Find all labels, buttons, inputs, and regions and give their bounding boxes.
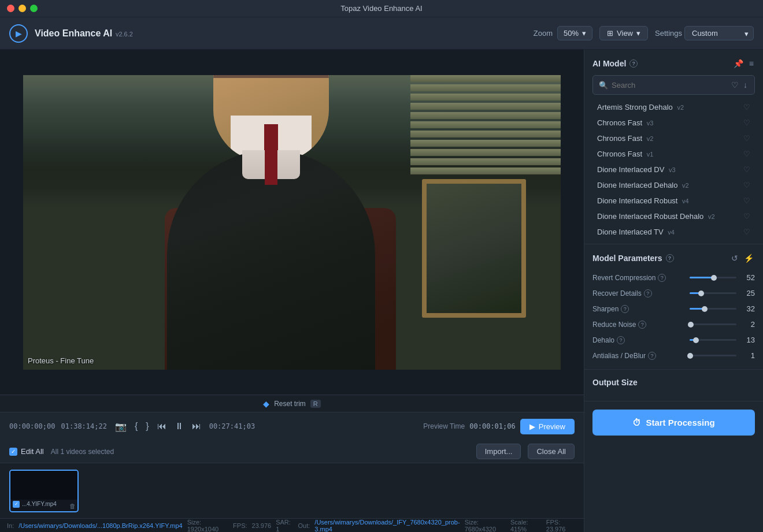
model-list-item[interactable]: Dione Interlaced Dehalo v2 ♡ — [592, 177, 755, 193]
file-checkbox[interactable]: ✓ — [13, 501, 20, 508]
pause-button[interactable]: ⏸ — [172, 419, 186, 434]
minimize-window-button[interactable] — [18, 5, 26, 12]
model-favorite-icon[interactable]: ♡ — [743, 181, 750, 189]
controls-area: ◆ Reset trim R 00:00:00;00 01:38:14;22 📷… — [0, 395, 584, 440]
params-add-icon[interactable]: ⚡ — [743, 252, 755, 264]
out-scale: Scale: 415% — [510, 519, 542, 533]
edit-all-checkbox[interactable]: ✓ — [9, 448, 17, 456]
model-list-item[interactable]: Dione Interlaced TV v4 ♡ — [592, 224, 755, 238]
zoom-select[interactable]: 50% ▾ — [557, 26, 592, 40]
step-back-button[interactable]: ⏮ — [155, 419, 169, 434]
model-list-item[interactable]: Dione Interlaced Robust Dehalo v2 ♡ — [592, 209, 755, 224]
param-slider-wrap — [690, 339, 736, 341]
model-name: Chronos Fast — [597, 134, 642, 143]
maximize-window-button[interactable] — [30, 5, 38, 12]
param-label-area: Reduce Noise ? — [592, 321, 685, 329]
ai-model-pin-icon[interactable]: 📌 — [732, 58, 745, 69]
settings-group: Settings Custom ▾ — [655, 26, 754, 40]
step-forward-button[interactable]: ⏭ — [190, 419, 203, 434]
param-slider[interactable] — [690, 323, 736, 325]
right-panel: AI Model ? 📌 ≡ 🔍 ♡ ↓ Artemi — [584, 50, 763, 532]
model-params-header: Model Parameters ? ↺ ⚡ — [592, 252, 755, 264]
model-version: v3 — [647, 120, 654, 127]
model-list-item[interactable]: Dione Interlaced Robust v4 ♡ — [592, 193, 755, 209]
search-download-icon[interactable]: ↓ — [742, 79, 749, 91]
preview-button[interactable]: ▶ Preview — [520, 419, 575, 434]
model-list: Artemis Strong Dehalo v2 ♡ Chronos Fast … — [592, 99, 755, 238]
model-list-item[interactable]: Chronos Fast v3 ♡ — [592, 115, 755, 131]
close-all-button[interactable]: Close All — [528, 444, 575, 459]
video-photo-frame — [422, 179, 526, 318]
param-help-icon[interactable]: ? — [658, 274, 666, 282]
preview-time-value: 00:00:01;06 — [469, 422, 515, 430]
ai-model-help-icon[interactable]: ? — [629, 59, 638, 68]
model-name: Dione Interlaced DV — [597, 165, 664, 174]
start-processing-label: Start Processing — [646, 418, 714, 427]
model-favorite-icon[interactable]: ♡ — [743, 118, 750, 127]
traffic-lights — [7, 5, 38, 12]
model-favorite-icon[interactable]: ♡ — [743, 134, 750, 143]
param-help-icon[interactable]: ? — [648, 352, 656, 360]
model-favorite-icon[interactable]: ♡ — [743, 165, 750, 174]
search-actions: ♡ ↓ — [730, 79, 749, 91]
param-help-icon[interactable]: ? — [617, 336, 625, 344]
out-path-link[interactable]: /Users/wimarys/Downloads/_IFY_7680x4320_… — [314, 519, 460, 533]
param-label: Sharpen — [592, 305, 618, 313]
close-window-button[interactable] — [7, 5, 14, 12]
start-timecode: 00:00:00;00 — [9, 422, 55, 430]
param-label-area: Sharpen ? — [592, 305, 685, 313]
model-version: v2 — [682, 182, 689, 189]
output-size-section: Output Size — [584, 370, 763, 401]
param-row: Sharpen ? 32 — [592, 301, 755, 317]
model-list-item[interactable]: Chronos Fast v1 ♡ — [592, 146, 755, 162]
mark-out-button[interactable]: } — [143, 419, 151, 434]
params-reset-icon[interactable]: ↺ — [730, 252, 739, 264]
file-item[interactable]: ✓ ...4.YIFY.mp4 🗑 — [9, 470, 79, 512]
model-favorite-icon[interactable]: ♡ — [743, 196, 750, 205]
model-name: Dione Interlaced Robust — [597, 196, 677, 205]
in-label: In: — [7, 522, 14, 529]
start-processing-button[interactable]: ⏱ Start Processing — [592, 410, 755, 436]
model-search-input[interactable] — [612, 81, 727, 90]
view-button[interactable]: ⊞ View ▾ — [599, 26, 648, 40]
ai-model-section: AI Model ? 📌 ≡ 🔍 ♡ ↓ Artemi — [584, 50, 763, 244]
param-label: Recover Details — [592, 289, 642, 297]
param-slider[interactable] — [690, 292, 736, 294]
in-path-link[interactable]: /Users/wimarys/Downloads/...1080p.BrRip.… — [18, 522, 182, 529]
model-favorite-icon[interactable]: ♡ — [743, 212, 750, 221]
model-list-item[interactable]: Chronos Fast v2 ♡ — [592, 131, 755, 146]
param-slider-wrap — [690, 308, 736, 310]
start-processing-icon: ⏱ — [632, 418, 641, 427]
mark-in-button[interactable]: { — [132, 419, 140, 434]
trim-icon: ◆ — [263, 399, 269, 408]
model-favorite-icon[interactable]: ♡ — [743, 150, 750, 158]
ai-model-list-icon[interactable]: ≡ — [748, 58, 755, 69]
import-button[interactable]: Import... — [476, 444, 521, 459]
param-slider[interactable] — [690, 355, 736, 356]
settings-label: Settings — [655, 29, 682, 38]
param-help-icon[interactable]: ? — [621, 305, 629, 313]
param-value: 1 — [741, 351, 755, 360]
file-delete-icon[interactable]: 🗑 — [69, 503, 76, 509]
param-slider[interactable] — [690, 308, 736, 310]
param-help-icon[interactable]: ? — [638, 321, 646, 329]
video-preview[interactable]: Proteus - Fine Tune — [23, 75, 561, 370]
param-help-icon[interactable]: ? — [644, 289, 652, 297]
param-slider[interactable] — [690, 339, 736, 341]
param-slider[interactable] — [690, 277, 736, 278]
model-favorite-icon[interactable]: ♡ — [743, 103, 750, 111]
playback-controls: 📷 { } ⏮ ⏸ ⏭ — [113, 419, 203, 434]
file-list-toolbar: ✓ Edit All All 1 videos selected Import.… — [0, 440, 584, 463]
file-item-info: ✓ ...4.YIFY.mp4 — [10, 500, 77, 509]
screenshot-button[interactable]: 📷 — [113, 419, 129, 434]
reset-trim-button[interactable]: Reset trim — [274, 400, 306, 408]
model-params-help-icon[interactable]: ? — [666, 254, 674, 262]
model-list-item[interactable]: Dione Interlaced DV v3 ♡ — [592, 162, 755, 177]
model-favorite-icon[interactable]: ♡ — [743, 228, 750, 236]
file-thumbnail — [10, 471, 77, 500]
settings-preset-dropdown[interactable]: Custom ▾ — [684, 26, 754, 40]
model-list-item[interactable]: Artemis Strong Dehalo v2 ♡ — [592, 99, 755, 115]
preview-time-group: Preview Time 00:00:01;06 ▶ Preview — [423, 419, 575, 434]
video-model-label: Proteus - Fine Tune — [28, 356, 94, 365]
search-fav-icon[interactable]: ♡ — [730, 79, 740, 91]
